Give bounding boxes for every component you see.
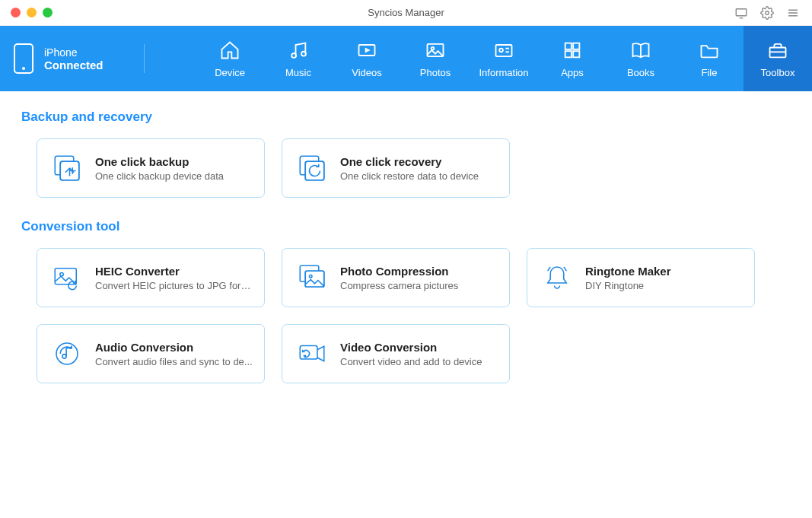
card-photo-compression[interactable]: Photo Compression Compress camera pictur… (282, 248, 510, 307)
card-desc: One click backup device data (95, 170, 224, 182)
maximize-window-button[interactable] (43, 8, 53, 17)
gear-icon[interactable] (760, 6, 774, 20)
svg-rect-28 (305, 161, 324, 180)
backup-icon (51, 152, 83, 184)
tab-label: Toolbox (761, 67, 795, 78)
phone-icon (14, 43, 33, 74)
svg-rect-0 (736, 8, 747, 15)
backup-cards: One click backup One click backup device… (21, 138, 791, 198)
card-title: One click recovery (340, 155, 479, 168)
card-video-conversion[interactable]: Video Conversion Convert video and add t… (282, 324, 510, 383)
book-icon (630, 40, 651, 61)
folder-icon (699, 40, 720, 61)
recovery-icon (296, 152, 328, 184)
svg-rect-12 (496, 45, 512, 56)
conversion-cards: HEIC Converter Convert HEIC pictures to … (21, 248, 791, 383)
apps-icon (562, 40, 583, 61)
monitor-icon[interactable] (734, 6, 748, 20)
tab-apps[interactable]: Apps (538, 26, 607, 91)
card-desc: Compress camera pictures (340, 280, 458, 291)
card-one-click-recovery[interactable]: One click recovery One click restore dat… (282, 138, 510, 198)
tab-videos[interactable]: Videos (333, 26, 401, 91)
svg-point-31 (60, 272, 63, 275)
video-icon (356, 40, 377, 61)
tab-label: Device (215, 67, 245, 78)
audio-convert-icon (51, 338, 83, 370)
minimize-window-button[interactable] (27, 8, 37, 17)
compress-icon (296, 262, 328, 294)
tab-label: Information (479, 67, 528, 78)
titlebar-actions (734, 6, 812, 20)
card-icon (493, 40, 514, 61)
svg-rect-19 (573, 51, 579, 57)
card-title: Photo Compression (340, 265, 458, 278)
tab-file[interactable]: File (675, 26, 744, 91)
card-title: Ringtone Maker (585, 265, 671, 278)
section-title-conversion: Conversion tool (21, 219, 791, 234)
section-title-backup: Backup and recovery (21, 110, 791, 125)
card-title: HEIC Converter (95, 265, 255, 278)
bell-icon (541, 262, 573, 294)
navbar: iPhone Connected Device Music Videos Pho… (0, 26, 812, 91)
music-icon (288, 40, 309, 61)
card-ringtone-maker[interactable]: Ringtone Maker DIY Ringtone (527, 248, 755, 307)
card-audio-conversion[interactable]: Audio Conversion Convert audio files and… (37, 324, 265, 383)
svg-marker-9 (365, 47, 371, 52)
card-one-click-backup[interactable]: One click backup One click backup device… (37, 138, 265, 198)
card-desc: Convert video and add to device (340, 356, 482, 367)
titlebar: Syncios Manager (0, 0, 812, 26)
tab-label: Videos (352, 67, 382, 78)
content: Backup and recovery One click backup One… (0, 91, 812, 423)
window-title: Syncios Manager (0, 7, 812, 18)
tab-label: Music (285, 67, 311, 78)
tab-information[interactable]: Information (470, 26, 538, 91)
heic-icon (51, 262, 83, 294)
home-icon (219, 40, 240, 61)
tab-label: File (702, 67, 718, 78)
section-conversion: Conversion tool HEIC Converter Convert H… (21, 219, 791, 383)
close-window-button[interactable] (11, 8, 21, 17)
toolbox-icon (767, 40, 788, 61)
section-backup: Backup and recovery One click backup One… (21, 110, 791, 198)
tab-books[interactable]: Books (607, 26, 675, 91)
svg-rect-16 (565, 43, 572, 49)
card-title: One click backup (95, 155, 224, 168)
nav-tabs: Device Music Videos Photos Information A… (145, 26, 812, 91)
card-heic-converter[interactable]: HEIC Converter Convert HEIC pictures to … (37, 248, 265, 307)
card-title: Video Conversion (340, 341, 482, 354)
menu-icon[interactable] (786, 6, 800, 20)
svg-rect-18 (565, 51, 572, 57)
card-desc: Convert HEIC pictures to JPG format (95, 280, 255, 291)
svg-point-6 (291, 53, 296, 58)
card-desc: Convert audio files and sync to de... (95, 356, 253, 367)
device-name: iPhone (44, 46, 103, 59)
svg-point-36 (56, 343, 78, 364)
device-status[interactable]: iPhone Connected (0, 26, 145, 91)
svg-point-2 (766, 11, 769, 14)
tab-music[interactable]: Music (264, 26, 333, 91)
tab-toolbox[interactable]: Toolbox (744, 26, 812, 91)
card-desc: One click restore data to device (340, 170, 479, 182)
window-controls (0, 8, 53, 17)
svg-point-7 (301, 51, 306, 56)
tab-label: Books (627, 67, 654, 78)
device-text: iPhone Connected (44, 46, 103, 72)
tab-label: Photos (420, 67, 451, 78)
card-title: Audio Conversion (95, 341, 253, 354)
tab-device[interactable]: Device (196, 26, 264, 91)
svg-rect-33 (305, 271, 324, 287)
tab-label: Apps (561, 67, 584, 78)
device-connection-status: Connected (44, 59, 103, 72)
video-convert-icon (296, 338, 328, 370)
card-desc: DIY Ringtone (585, 280, 671, 291)
svg-rect-17 (573, 43, 579, 49)
svg-point-13 (499, 48, 503, 52)
photo-icon (425, 40, 446, 61)
tab-photos[interactable]: Photos (401, 26, 470, 91)
